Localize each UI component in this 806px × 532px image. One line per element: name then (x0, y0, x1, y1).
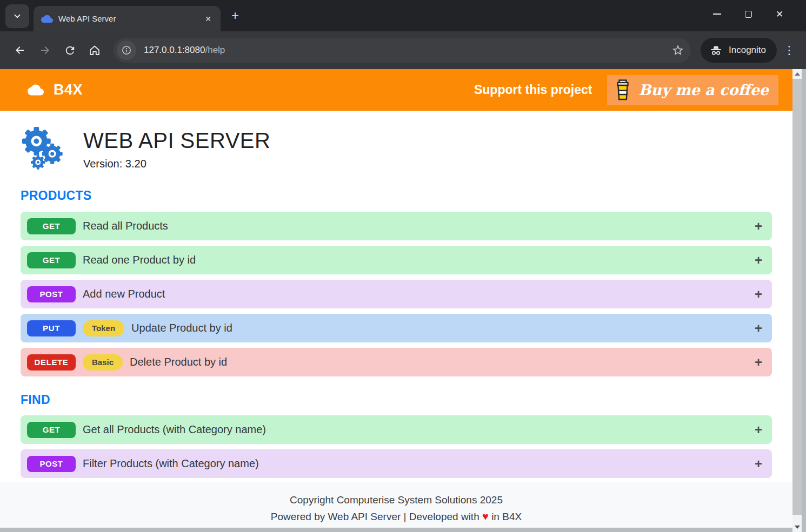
site-info-button[interactable] (117, 41, 136, 60)
browser-tab[interactable]: Web API Server ✕ (34, 6, 221, 31)
url-bar[interactable]: 127.0.0.1:8080/help (114, 38, 691, 63)
close-button[interactable]: ✕ (764, 0, 795, 28)
maximize-icon (745, 11, 752, 18)
endpoint-label: Filter Products (with Category name) (83, 457, 259, 470)
auth-badge-basic: Basic (83, 354, 123, 371)
powered-by-text: Powered by Web API Server | Developed wi… (0, 508, 792, 525)
web-page: B4X Support this project Buy me a coffee (0, 69, 792, 532)
coffee-cup-icon (614, 79, 632, 101)
reload-button[interactable] (57, 38, 82, 63)
tab-title: Web API Server (58, 14, 202, 23)
expand-plus-icon[interactable]: + (755, 254, 762, 267)
gears-icon (21, 126, 68, 173)
method-badge-put: PUT (27, 320, 76, 336)
endpoint-label: Read one Product by id (83, 254, 196, 266)
site-header: B4X Support this project Buy me a coffee (0, 69, 792, 111)
row-filter-products-category[interactable]: POST Filter Products (with Category name… (21, 449, 772, 478)
incognito-label: Incognito (729, 45, 766, 56)
row-read-all-products[interactable]: GET Read all Products + (21, 212, 772, 240)
row-read-one-product[interactable]: GET Read one Product by id + (21, 246, 772, 274)
endpoint-label: Update Product by id (131, 322, 232, 334)
incognito-badge: Incognito (701, 38, 777, 63)
cloud-favicon-icon (41, 13, 53, 25)
version-text: Version: 3.20 (83, 158, 270, 170)
expand-plus-icon[interactable]: + (755, 356, 762, 369)
browser-window: Web API Server ✕ + ✕ 127.0.0.1:8080/help (0, 0, 806, 532)
home-icon (88, 44, 101, 57)
window-frame-bottom (0, 528, 792, 532)
scroll-down-button[interactable] (792, 522, 802, 532)
minimize-button[interactable] (701, 0, 732, 28)
scrollbar-track[interactable] (792, 515, 802, 522)
main-content: WEB API SERVER Version: 3.20 PRODUCTS GE… (0, 111, 792, 482)
browser-toolbar: 127.0.0.1:8080/help Incognito ⋮ (0, 31, 806, 69)
cloud-icon (26, 83, 45, 97)
scroll-up-button[interactable] (792, 69, 802, 79)
tab-strip: Web API Server ✕ + ✕ (0, 0, 806, 31)
method-badge-post: POST (27, 456, 76, 472)
row-get-all-products-category[interactable]: GET Get all Products (with Category name… (21, 415, 772, 444)
forward-button[interactable] (32, 38, 57, 63)
endpoint-label: Read all Products (83, 220, 168, 232)
bookmark-star-icon[interactable] (671, 44, 684, 57)
back-arrow-icon (14, 44, 26, 57)
powered-by-prefix: Powered by Web API Server | Developed wi… (271, 511, 479, 522)
find-rows: GET Get all Products (with Category name… (21, 415, 772, 478)
expand-plus-icon[interactable]: + (755, 457, 762, 470)
reload-icon (64, 44, 76, 57)
home-button[interactable] (82, 38, 107, 63)
back-button[interactable] (8, 38, 32, 63)
chevron-down-icon (12, 11, 22, 21)
endpoint-label: Add new Product (83, 288, 165, 300)
support-project-text: Support this project (474, 83, 592, 97)
scroll-down-icon (795, 526, 800, 529)
vertical-scrollbar[interactable] (792, 69, 802, 532)
url-host: 127.0.0.1:8080 (144, 45, 205, 55)
maximize-button[interactable] (732, 0, 764, 28)
expand-plus-icon[interactable]: + (755, 322, 762, 335)
tab-search-button[interactable] (5, 4, 29, 28)
url-text: 127.0.0.1:8080/help (144, 45, 671, 56)
buy-me-a-coffee-button[interactable]: Buy me a coffee (607, 75, 778, 105)
page-title: WEB API SERVER (83, 128, 270, 153)
method-badge-get: GET (27, 218, 76, 234)
scrollbar-thumb[interactable] (792, 79, 802, 515)
close-icon: ✕ (776, 9, 783, 20)
endpoint-label: Delete Product by id (130, 356, 227, 368)
expand-plus-icon[interactable]: + (755, 220, 762, 233)
hero: WEB API SERVER Version: 3.20 (21, 126, 772, 174)
method-badge-get: GET (27, 422, 76, 438)
row-update-product[interactable]: PUT Token Update Product by id + (21, 314, 772, 342)
brand-name: B4X (54, 82, 83, 98)
method-badge-get: GET (27, 252, 76, 268)
url-path: /help (205, 45, 225, 55)
endpoint-label: Get all Products (with Category name) (83, 423, 266, 436)
tab-close-button[interactable]: ✕ (202, 13, 214, 25)
new-tab-button[interactable]: + (227, 9, 243, 25)
scroll-up-icon (795, 72, 800, 76)
expand-plus-icon[interactable]: + (755, 288, 762, 301)
browser-menu-button[interactable]: ⋮ (780, 38, 798, 63)
brand: B4X (26, 82, 83, 98)
page-footer: Copyright Computerise System Solutions 2… (0, 482, 792, 528)
auth-badge-token: Token (83, 320, 124, 336)
row-delete-product[interactable]: DELETE Basic Delete Product by id + (21, 348, 772, 376)
powered-by-suffix: in B4X (491, 511, 522, 522)
products-rows: GET Read all Products + GET Read one Pro… (21, 212, 772, 376)
section-heading-products: PRODUCTS (21, 188, 772, 203)
buy-me-a-coffee-label: Buy me a coffee (638, 82, 769, 98)
heart-icon: ♥ (482, 510, 489, 522)
section-heading-find: FIND (21, 393, 772, 407)
expand-plus-icon[interactable]: + (755, 423, 762, 436)
info-icon (121, 45, 132, 56)
row-add-new-product[interactable]: POST Add new Product + (21, 280, 772, 308)
copyright-text: Copyright Computerise System Solutions 2… (0, 491, 792, 508)
method-badge-delete: DELETE (27, 354, 76, 371)
forward-arrow-icon (38, 44, 51, 57)
hero-text: WEB API SERVER Version: 3.20 (83, 126, 270, 170)
incognito-icon (709, 44, 723, 57)
window-controls: ✕ (701, 0, 806, 28)
window-frame-right (802, 69, 806, 532)
method-badge-post: POST (27, 286, 76, 302)
minimize-icon (713, 14, 721, 15)
